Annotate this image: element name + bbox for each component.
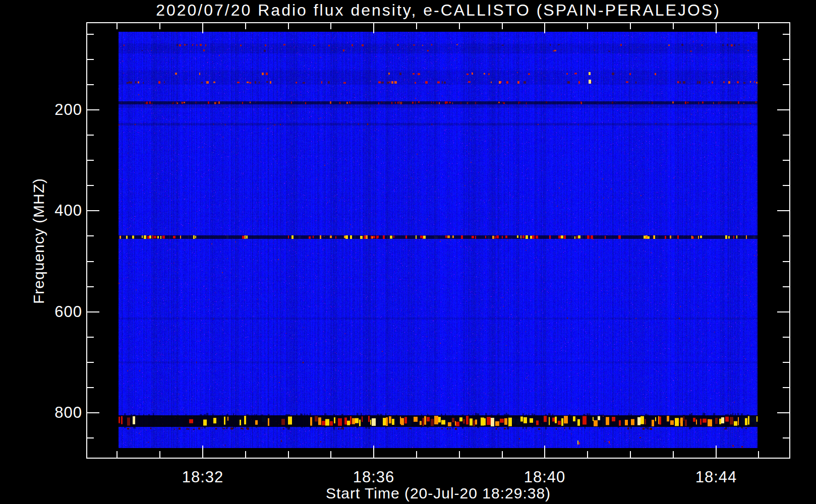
y-axis-minor-tick-right (783, 135, 789, 136)
y-axis-minor-tick-right (783, 286, 789, 287)
y-axis-minor-tick (87, 337, 94, 338)
y-axis-minor-tick (87, 261, 94, 262)
y-axis-minor-tick-right (783, 160, 789, 161)
x-axis-minor-tick-top (630, 23, 631, 29)
x-axis-major-tick (544, 446, 545, 458)
y-axis-minor-tick (87, 160, 94, 161)
y-tick-label: 400 (20, 202, 82, 219)
x-tick-label: 18:44 (681, 468, 751, 486)
x-axis-minor-tick-top (587, 23, 588, 29)
x-axis-minor-tick-top (116, 23, 118, 29)
x-axis-minor-tick (416, 451, 417, 458)
x-axis-minor-tick-top (416, 23, 417, 29)
y-axis-minor-tick (87, 84, 94, 85)
y-tick-label: 200 (20, 101, 82, 118)
y-axis-minor-tick-right (783, 337, 789, 338)
y-axis-minor-tick (87, 135, 94, 136)
y-axis-major-tick-right (777, 311, 789, 312)
x-tick-label: 18:32 (167, 468, 238, 486)
x-axis-major-tick-top (544, 23, 545, 33)
x-axis-minor-tick-top (159, 23, 160, 29)
x-axis-minor-tick-top (459, 23, 460, 29)
y-axis-minor-tick-right (783, 437, 789, 438)
y-axis-minor-tick (87, 34, 94, 35)
y-axis-minor-tick (87, 185, 94, 186)
y-axis-minor-tick (87, 235, 94, 236)
x-axis-minor-tick (330, 451, 331, 458)
x-axis-major-tick-top (373, 23, 374, 33)
y-axis-major-tick (87, 210, 99, 211)
y-axis-minor-tick-right (783, 59, 789, 60)
x-axis-major-tick-top (202, 23, 203, 33)
x-axis-major-tick (202, 446, 203, 458)
x-tick-label: 18:40 (509, 468, 580, 486)
y-axis-minor-tick-right (783, 235, 789, 236)
y-axis-minor-tick-right (783, 84, 789, 85)
y-tick-label: 600 (20, 303, 82, 321)
x-axis-minor-tick-top (245, 23, 246, 29)
x-axis-minor-tick (587, 451, 588, 458)
y-axis-minor-tick-right (783, 362, 789, 363)
x-axis-minor-tick (502, 451, 503, 458)
plot-title: 2020/07/20 Radio flux density, e-CALLIST… (86, 1, 790, 20)
y-axis-major-tick (87, 109, 99, 110)
y-axis-major-tick-right (777, 210, 789, 211)
x-axis-minor-tick-top (330, 23, 331, 29)
y-axis-major-tick (87, 311, 99, 312)
x-axis-minor-tick (245, 451, 246, 458)
y-axis-minor-tick (87, 387, 94, 388)
plot-frame (86, 22, 790, 459)
x-axis-title: Start Time (20-Jul-20 18:29:38) (86, 485, 790, 502)
x-axis-major-tick (716, 446, 717, 458)
spectrogram-page: 2020/07/20 Radio flux density, e-CALLIST… (0, 0, 816, 504)
x-axis-minor-tick (288, 451, 289, 458)
y-axis-minor-tick (87, 59, 94, 60)
x-axis-minor-tick (630, 451, 631, 458)
y-axis-minor-tick-right (783, 261, 789, 262)
x-axis-minor-tick-top (673, 23, 674, 29)
y-axis-major-tick-right (777, 412, 789, 413)
y-axis-major-tick-right (777, 109, 789, 110)
y-axis-minor-tick-right (783, 185, 789, 186)
x-axis-minor-tick (116, 451, 118, 458)
y-tick-label: 800 (20, 404, 82, 421)
x-tick-label: 18:36 (338, 468, 409, 486)
x-axis-major-tick-top (716, 23, 717, 33)
x-axis-minor-tick-top (502, 23, 503, 29)
x-axis-minor-tick (459, 451, 460, 458)
y-axis-major-tick (87, 412, 99, 413)
x-axis-minor-tick (159, 451, 160, 458)
x-axis-minor-tick (673, 451, 674, 458)
y-axis-minor-tick (87, 286, 94, 287)
x-axis-minor-tick (758, 451, 759, 458)
x-axis-minor-tick-top (758, 23, 759, 29)
x-axis-major-tick (373, 446, 374, 458)
y-axis-minor-tick (87, 437, 94, 438)
y-axis-minor-tick (87, 362, 94, 363)
y-axis-minor-tick-right (783, 387, 789, 388)
x-axis-minor-tick-top (288, 23, 289, 29)
y-axis-minor-tick-right (783, 34, 789, 35)
